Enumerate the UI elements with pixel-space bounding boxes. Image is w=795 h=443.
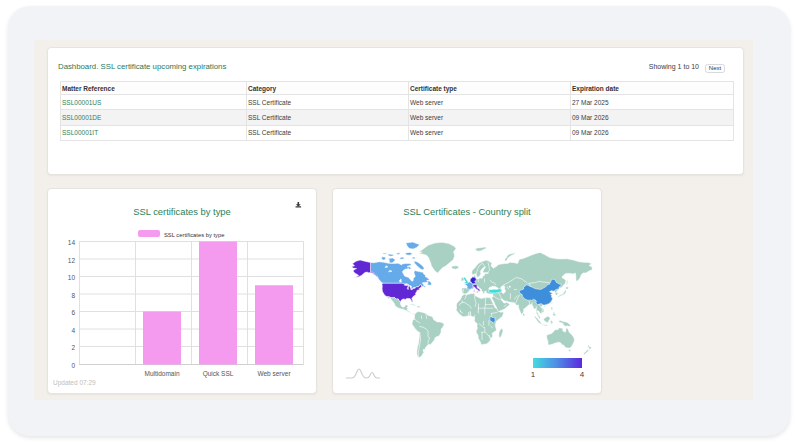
svg-text:2: 2 — [71, 344, 75, 351]
svg-text:8: 8 — [71, 292, 75, 299]
svg-text:0: 0 — [71, 362, 75, 369]
svg-text:12: 12 — [68, 257, 76, 264]
svg-text:10: 10 — [68, 274, 76, 281]
svg-text:4: 4 — [71, 327, 75, 334]
svg-text:Web server: Web server — [257, 370, 291, 377]
svg-text:4: 4 — [580, 370, 585, 379]
svg-text:6: 6 — [71, 309, 75, 316]
svg-text:SSL certificates by type: SSL certificates by type — [164, 232, 224, 238]
svg-text:Multidomain: Multidomain — [144, 370, 179, 377]
svg-text:Quick SSL: Quick SSL — [203, 370, 234, 378]
svg-text:1: 1 — [531, 370, 536, 379]
svg-text:14: 14 — [68, 239, 76, 246]
